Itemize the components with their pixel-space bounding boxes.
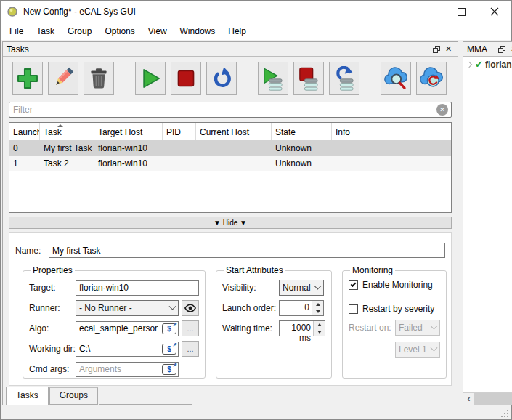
runner-row: Runner: - No Runner - (29, 300, 199, 316)
tasks-panel: Tasks ✕ (2, 41, 458, 405)
table-row[interactable]: 1 Task 2 florian-win10 Unknown (9, 156, 451, 171)
menu-item-options[interactable]: Options (98, 23, 141, 39)
stop-task-button[interactable] (171, 62, 201, 95)
enable-monitoring-label: Enable Monitoring (362, 280, 433, 290)
maximize-button[interactable] (444, 1, 478, 23)
column-header-pid[interactable]: PID (163, 123, 196, 140)
env-variable-icon[interactable]: $↗ (162, 364, 176, 375)
waiting-time-row: Waiting time: 1000 ms (222, 320, 325, 336)
start-all-tasks-button[interactable] (258, 62, 288, 95)
env-variable-icon[interactable]: $↗ (162, 323, 176, 334)
column-header-state[interactable]: State (272, 123, 332, 140)
arrow-ne-glyph: ↗ (172, 340, 177, 350)
monitoring-title: Monitoring (350, 265, 395, 275)
close-button[interactable] (478, 1, 511, 23)
start-attributes-title: Start Attributes (224, 265, 285, 275)
target-label: Target: (29, 283, 76, 293)
mma-horizontal-scrollbar: ‹ › (463, 392, 512, 405)
arrow-down-icon (317, 331, 322, 334)
cell-task: Task 2 (40, 158, 94, 169)
stop-all-tasks-button[interactable] (293, 62, 324, 95)
column-header-current-host[interactable]: Current Host (196, 123, 272, 140)
spin-up-button[interactable] (312, 301, 323, 308)
tree-item-host[interactable]: ✔ florian (465, 59, 512, 70)
start-task-button[interactable] (135, 62, 166, 95)
cell-target-host: florian-win10 (94, 143, 163, 153)
column-header-target-host[interactable]: Target Host (94, 123, 163, 140)
tabbar-baseline (99, 386, 192, 405)
runner-select[interactable]: - No Runner - (76, 300, 179, 316)
app-window: New Config* - eCAL Sys GUI File Task Gro… (0, 0, 512, 420)
scrollbar-thumb[interactable] (474, 393, 512, 405)
column-header-task[interactable]: Task (40, 123, 94, 140)
column-header-launch[interactable]: Launch (9, 123, 40, 140)
restart-on-row: Restart on: Failed (349, 320, 440, 336)
cloud-search-icon (383, 66, 409, 91)
restart-by-severity-checkbox[interactable] (349, 304, 358, 314)
filter-clear-button[interactable]: ✕ (436, 104, 448, 116)
env-variable-icon[interactable]: $↗ (162, 344, 176, 355)
menu-bar: File Task Group Options View Windows Hel… (1, 23, 511, 41)
menu-item-windows[interactable]: Windows (174, 23, 222, 39)
restart-level-select[interactable]: Level 1 (395, 342, 440, 358)
tasks-panel-close-button[interactable]: ✕ (442, 44, 455, 55)
table-row[interactable]: 0 My first Task florian-win10 Unknown (9, 140, 451, 156)
restart-icon (209, 66, 234, 91)
algo-browse-button[interactable]: ... (182, 320, 199, 336)
restart-on-select[interactable]: Failed (395, 320, 440, 336)
spin-down-button[interactable] (312, 308, 323, 315)
arrow-ne-glyph: ↗ (172, 360, 177, 371)
waiting-time-stepper[interactable]: 1000 ms (279, 320, 325, 336)
filter-input[interactable] (9, 102, 452, 118)
expand-chevron-icon[interactable] (466, 61, 472, 67)
mma-panel-close-button[interactable]: ✕ (508, 44, 512, 55)
launch-order-stepper[interactable]: 0 (279, 300, 324, 316)
visibility-select[interactable]: Normal (279, 280, 324, 296)
menu-item-group[interactable]: Group (61, 23, 98, 39)
arrow-ne-glyph: ↗ (172, 320, 177, 330)
restart-all-tasks-button[interactable] (329, 62, 359, 95)
cloud-reload-button[interactable] (416, 62, 447, 95)
restart-task-button[interactable] (206, 62, 237, 95)
workdir-row: Working dir: $↗ ... (29, 341, 199, 357)
resize-grip-icon[interactable] (500, 409, 509, 418)
edit-task-button[interactable] (48, 62, 78, 95)
menu-item-view[interactable]: View (142, 23, 174, 39)
column-header-info[interactable]: Info (332, 123, 451, 140)
workdir-browse-button[interactable]: ... (182, 341, 199, 357)
delete-task-button[interactable] (84, 62, 114, 95)
scroll-left-button[interactable]: ‹ (463, 393, 474, 405)
filter-row: ✕ (9, 102, 452, 118)
chevron-down-icon (169, 302, 176, 310)
mma-panel-title: MMA (467, 44, 487, 54)
target-input[interactable] (76, 280, 199, 296)
cloud-search-button[interactable] (381, 62, 411, 95)
cell-task: My first Task (40, 143, 94, 153)
hide-details-button[interactable]: ▼ Hide ▼ (9, 217, 452, 229)
menu-item-file[interactable]: File (3, 23, 30, 39)
name-input[interactable] (49, 243, 445, 258)
enable-monitoring-checkbox[interactable] (349, 280, 358, 290)
spin-down-button[interactable] (314, 328, 325, 336)
launch-order-value: 0 (280, 301, 312, 315)
arrow-up-icon (316, 303, 320, 306)
dollar-glyph: $ (167, 325, 171, 333)
tab-tasks[interactable]: Tasks (6, 387, 49, 405)
restart-level-value: Level 1 (399, 344, 428, 355)
tab-groups[interactable]: Groups (49, 387, 98, 405)
tasks-panel-float-button[interactable] (430, 44, 442, 55)
minimize-button[interactable] (411, 1, 444, 23)
add-task-button[interactable] (12, 62, 43, 95)
chevron-down-icon (431, 322, 438, 329)
dollar-glyph: $ (167, 366, 171, 373)
mma-panel-float-button[interactable] (495, 44, 508, 55)
eye-icon (184, 304, 197, 312)
algo-row: Algo: $↗ ... (29, 320, 199, 336)
menu-item-help[interactable]: Help (222, 23, 253, 39)
spin-up-button[interactable] (314, 321, 325, 328)
mma-panel-header: MMA ✕ (463, 42, 512, 57)
waiting-time-label: Waiting time: (222, 323, 279, 334)
menu-item-task[interactable]: Task (30, 23, 61, 39)
runner-view-button[interactable] (182, 300, 199, 316)
cell-launch: 1 (9, 158, 40, 169)
